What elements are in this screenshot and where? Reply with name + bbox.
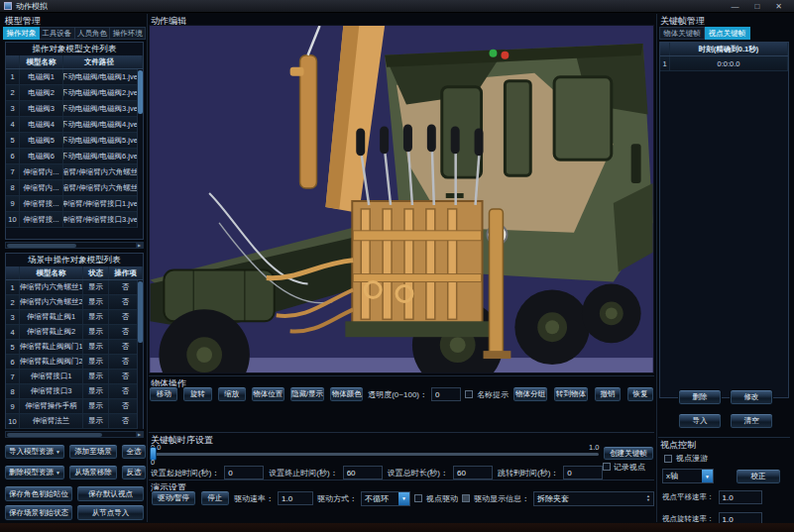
table-row[interactable]: 5伸缩臂截止阀阀门1显示否 — [6, 340, 143, 355]
spinner-icon[interactable]: ▲▼ — [643, 492, 653, 505]
total-duration-input[interactable] — [453, 466, 493, 479]
table-row[interactable]: 4电磁阀4不动电磁阀/电磁阀4.jve — [6, 117, 143, 133]
table-row[interactable]: 8伸缩臂内...伸缩臂/伸缩臂内六角螺丝... — [6, 180, 143, 196]
table-row[interactable]: 9伸缩臂接...伸缩臂/伸缩臂接口1.jve — [6, 196, 143, 212]
stop-button[interactable]: 停止 — [200, 490, 230, 506]
object-color-button[interactable]: 物体颜色 — [329, 386, 364, 402]
table-row[interactable]: 3电磁阀3不动电磁阀/电磁阀3.jve — [6, 101, 143, 117]
table-row[interactable]: 7伸缩臂内...伸缩臂/伸缩臂内六角螺丝... — [6, 164, 143, 180]
create-keyframe-button[interactable]: 创建关键帧 — [603, 446, 654, 461]
maximize-button[interactable]: □ — [754, 0, 759, 13]
keyframe-table: 时刻(精确到0.1秒) 10:0:0.0 — [659, 42, 789, 398]
clear-keyframe-button[interactable]: 清空 — [730, 413, 773, 429]
import-from-node-button[interactable]: 从节点导入 — [76, 504, 145, 521]
tab-operate-env[interactable]: 操作环境 — [110, 27, 146, 40]
viewpoint-roam-checkbox[interactable] — [664, 455, 672, 463]
redo-button[interactable]: 恢复 — [626, 386, 654, 402]
undo-button[interactable]: 撤销 — [594, 386, 622, 402]
calibrate-button[interactable]: 校正 — [736, 469, 781, 484]
viewpoint-drive-checkbox[interactable] — [414, 494, 422, 502]
save-default-viewpoint-button[interactable]: 保存默认视点 — [76, 485, 145, 502]
tab-personnel-role[interactable]: 人员角色 — [75, 27, 111, 40]
table-row[interactable]: 7伸缩臂接口1显示否 — [6, 370, 143, 384]
table-cell: 显示 — [83, 325, 109, 339]
end-time-input[interactable] — [343, 466, 383, 479]
file-table-hscrollbar[interactable]: ▶ — [5, 242, 144, 249]
file-table-scrollbar[interactable] — [137, 69, 143, 228]
import-keyframe-button[interactable]: 导入 — [678, 413, 722, 429]
add-to-scene-button[interactable]: 添加至场景 — [68, 444, 118, 460]
scene-table-scrollbar[interactable] — [137, 280, 143, 429]
tab-operate-object[interactable]: 操作对象 — [3, 27, 40, 40]
delete-model-resource-button[interactable]: 删除模型资源▼ — [4, 465, 65, 480]
scroll-right-icon[interactable]: ▶ — [136, 432, 143, 437]
table-row[interactable]: 9伸缩臂操作手柄显示否 — [6, 399, 143, 414]
object-group-button[interactable]: 物体分组 — [512, 386, 548, 402]
move-button[interactable]: 移动 — [149, 386, 178, 402]
table-row[interactable]: 1伸缩臂内六角螺丝1显示否 — [6, 280, 143, 295]
table-cell: 3 — [6, 310, 20, 324]
name-tip-checkbox[interactable] — [465, 390, 473, 398]
invert-select-button[interactable]: 反选 — [121, 465, 147, 480]
table-cell: 显示 — [83, 414, 109, 428]
object-position-button[interactable]: 物体位置 — [251, 386, 285, 402]
scroll-right-icon[interactable]: ▶ — [136, 243, 143, 248]
start-time-input[interactable] — [224, 466, 264, 479]
table-cell: 电磁阀3 — [20, 101, 63, 116]
table-row[interactable]: 6电磁阀6不动电磁阀/电磁阀6.jve — [6, 149, 143, 164]
axis-select[interactable]: x轴 ▼ — [662, 469, 714, 483]
goto-object-button[interactable]: 转到物体 — [553, 386, 589, 402]
opacity-input[interactable] — [431, 387, 461, 401]
close-button[interactable]: ✕ — [775, 0, 782, 13]
table-cell: 显示 — [83, 280, 109, 294]
scale-button[interactable]: 缩放 — [217, 386, 247, 402]
3d-viewport[interactable] — [149, 25, 654, 373]
import-model-resource-button[interactable]: 导入模型资源▼ — [4, 444, 65, 460]
hide-show-button[interactable]: 隐藏/显示 — [289, 386, 326, 402]
tab-object-keyframe[interactable]: 物体关键帧 — [659, 27, 705, 40]
drive-rate-input[interactable] — [278, 491, 313, 505]
table-row[interactable]: 2伸缩臂内六角螺丝2显示否 — [6, 295, 143, 310]
model-tabs: 操作对象 工具设备 人员角色 操作环境 — [3, 27, 146, 40]
drive-info-checkbox[interactable] — [462, 494, 470, 502]
drive-info-select[interactable]: 拆除夹套 ▲▼ — [533, 491, 654, 506]
tab-tool-equipment[interactable]: 工具设备 — [40, 27, 75, 40]
rotate-button[interactable]: 旋转 — [182, 386, 212, 402]
pan-rate-input[interactable] — [719, 490, 762, 504]
remove-from-scene-button[interactable]: 从场景移除 — [68, 465, 118, 480]
desktop-strip — [0, 523, 794, 532]
chevron-down-icon[interactable]: ▼ — [398, 492, 409, 505]
table-row[interactable]: 10:0:0.0 — [660, 56, 788, 71]
jump-time-input[interactable] — [563, 466, 603, 479]
table-cell: 显示 — [83, 370, 109, 383]
minimize-button[interactable]: — — [731, 0, 738, 13]
table-row[interactable]: 10伸缩臂接...伸缩臂/伸缩臂接口3.jve — [6, 212, 143, 228]
save-role-init-position-button[interactable]: 保存角色初始站位 — [4, 485, 73, 502]
table-cell: 不动电磁阀/电磁阀5.jve — [63, 133, 143, 148]
drive-pause-button[interactable]: 驱动/暂停 — [151, 490, 196, 506]
timeline-slider[interactable] — [151, 453, 599, 456]
chevron-down-icon[interactable]: ▼ — [702, 470, 713, 482]
table-cell: 1 — [6, 69, 20, 84]
table-row[interactable]: 5电磁阀5不动电磁阀/电磁阀5.jve — [6, 133, 143, 149]
table-row[interactable]: 2电磁阀2不动电磁阀/电磁阀2.jve — [6, 85, 143, 101]
chevron-down-icon: ▼ — [56, 470, 60, 476]
table-row[interactable]: 3伸缩臂截止阀1显示否 — [6, 310, 143, 325]
pan-rate-label: 视点平移速率： — [662, 492, 715, 502]
table-row[interactable]: 6伸缩臂截止阀阀门2显示否 — [6, 355, 143, 370]
table-row[interactable]: 4伸缩臂截止阀2显示否 — [6, 325, 143, 340]
keyframe-tabs: 物体关键帧 视点关键帧 — [659, 27, 750, 40]
save-scene-init-state-button[interactable]: 保存场景初始状态 — [4, 504, 73, 521]
table-row[interactable]: 8伸缩臂接口3显示否 — [6, 384, 143, 399]
delete-keyframe-button[interactable]: 删除 — [678, 389, 722, 405]
table-row[interactable]: 1电磁阀1不动电磁阀/电磁阀1.jve — [6, 69, 143, 85]
tab-viewpoint-keyframe[interactable]: 视点关键帧 — [705, 27, 750, 40]
scene-model-table-header: 模型名称 状态 操作项 — [6, 266, 143, 280]
scene-table-hscrollbar[interactable]: ▶ — [5, 431, 144, 438]
col-model-name: 模型名称 — [20, 55, 63, 68]
modify-keyframe-button[interactable]: 修改 — [730, 389, 773, 405]
drive-mode-select[interactable]: 不循环 ▼ — [361, 491, 410, 506]
table-row[interactable]: 10伸缩臂法兰显示否 — [6, 414, 143, 429]
select-all-button[interactable]: 全选 — [121, 444, 147, 460]
table-cell: 不动电磁阀/电磁阀6.jve — [63, 149, 143, 163]
